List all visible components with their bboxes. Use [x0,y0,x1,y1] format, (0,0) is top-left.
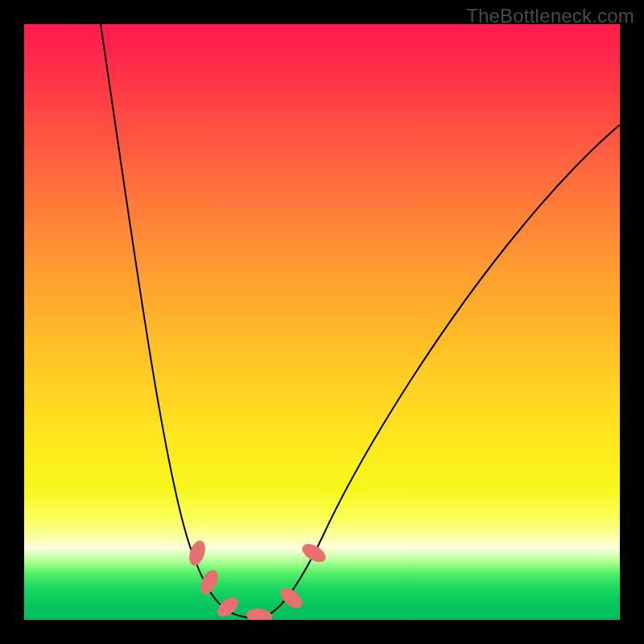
curve-marker [299,540,329,566]
curve-marker [246,608,272,620]
curve-marker [197,568,221,597]
marker-group [186,539,328,620]
curve-marker [277,584,306,612]
curve-svg [24,24,620,620]
chart-area [24,24,620,620]
attribution-text: TheBottleneck.com [466,5,634,27]
bottleneck-curve [101,24,620,617]
